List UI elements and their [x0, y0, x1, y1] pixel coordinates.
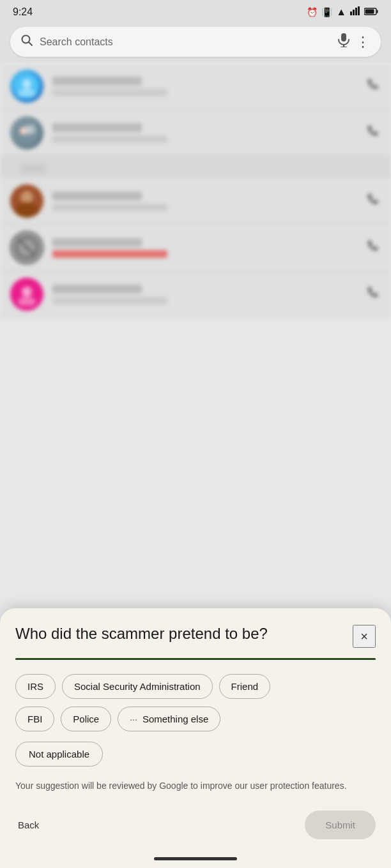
search-icon	[20, 34, 33, 50]
submit-button[interactable]: Submit	[305, 811, 376, 839]
search-bar-container: Search contacts ⋮	[0, 22, 391, 63]
status-bar: 9:24 ⏰ 📳 ▲	[0, 0, 391, 22]
option-ssa[interactable]: Social Security Administration	[62, 674, 213, 699]
contact-item[interactable]	[0, 110, 391, 156]
avatar	[10, 70, 43, 103]
sheet-note: Your suggestion will be reviewed by Goog…	[15, 779, 376, 793]
svg-line-22	[19, 239, 35, 256]
contacts-list	[0, 63, 391, 318]
svg-rect-2	[355, 8, 357, 15]
svg-rect-3	[358, 6, 360, 15]
svg-point-20	[15, 202, 38, 218]
contact-item[interactable]	[0, 178, 391, 225]
svg-rect-9	[341, 33, 346, 41]
more-options-icon[interactable]: ⋮	[356, 34, 371, 50]
close-button[interactable]: ×	[353, 625, 376, 648]
signal-icon	[350, 6, 360, 18]
contact-detail-red	[52, 250, 167, 258]
svg-rect-5	[377, 10, 378, 13]
options-row-1: IRS Social Security Administration Frien…	[15, 674, 376, 699]
avatar	[10, 278, 43, 311]
option-something-else[interactable]: ··· Something else	[118, 707, 220, 731]
not-applicable-button[interactable]: Not applicable	[15, 742, 103, 767]
contact-info	[52, 238, 358, 258]
contact-name	[52, 77, 142, 86]
options-row-2: FBI Police ··· Something else	[15, 707, 376, 731]
contact-info	[52, 285, 358, 304]
dots-icon: ···	[130, 714, 137, 724]
avatar	[10, 116, 43, 149]
svg-point-19	[20, 191, 33, 204]
wifi-icon: ▲	[336, 6, 346, 18]
alarm-icon: ⏰	[307, 7, 318, 17]
option-irs[interactable]: IRS	[15, 674, 56, 699]
contact-detail	[52, 135, 167, 143]
search-placeholder: Search contacts	[40, 36, 332, 48]
contact-info	[52, 77, 358, 96]
option-fbi[interactable]: FBI	[15, 707, 54, 731]
contact-item[interactable]	[0, 225, 391, 271]
avatar	[10, 184, 43, 218]
section-label	[20, 164, 46, 173]
sheet-divider	[15, 658, 376, 660]
home-bar	[154, 857, 237, 860]
call-icon[interactable]	[367, 124, 381, 141]
contact-item[interactable]	[0, 63, 391, 110]
status-time: 9:24	[13, 6, 33, 18]
svg-rect-6	[365, 10, 374, 14]
contact-name	[52, 285, 142, 294]
battery-icon	[364, 6, 378, 18]
vibrate-icon: 📳	[321, 7, 332, 17]
sheet-actions: Back Submit	[15, 811, 376, 852]
contact-info	[52, 123, 358, 143]
contact-name	[52, 238, 142, 247]
svg-line-8	[29, 42, 32, 45]
option-police[interactable]: Police	[61, 707, 111, 731]
contact-detail	[52, 204, 167, 211]
svg-point-23	[22, 287, 32, 297]
sheet-header: Who did the scammer pretend to be? ×	[15, 624, 376, 648]
mic-icon[interactable]	[338, 33, 349, 50]
sheet-title: Who did the scammer pretend to be?	[15, 624, 353, 643]
svg-point-13	[22, 79, 31, 88]
contact-name	[52, 123, 142, 132]
option-friend[interactable]: Friend	[219, 674, 271, 699]
svg-point-17	[22, 126, 31, 135]
call-icon[interactable]	[367, 193, 381, 209]
avatar	[10, 231, 43, 264]
contact-detail	[52, 297, 167, 304]
call-icon[interactable]	[367, 239, 381, 256]
call-icon[interactable]	[367, 78, 381, 94]
svg-point-24	[18, 297, 36, 306]
call-icon[interactable]	[367, 286, 381, 303]
svg-rect-0	[350, 11, 352, 15]
contact-detail	[52, 89, 167, 96]
search-bar[interactable]: Search contacts ⋮	[10, 27, 381, 57]
home-indicator	[15, 852, 376, 868]
status-icons: ⏰ 📳 ▲	[307, 6, 378, 18]
back-button[interactable]: Back	[15, 814, 42, 835]
svg-rect-1	[353, 10, 355, 15]
contact-item[interactable]	[0, 271, 391, 318]
contact-name	[52, 191, 142, 200]
contact-info	[52, 191, 358, 211]
bottom-sheet: Who did the scammer pretend to be? × IRS…	[0, 608, 391, 868]
